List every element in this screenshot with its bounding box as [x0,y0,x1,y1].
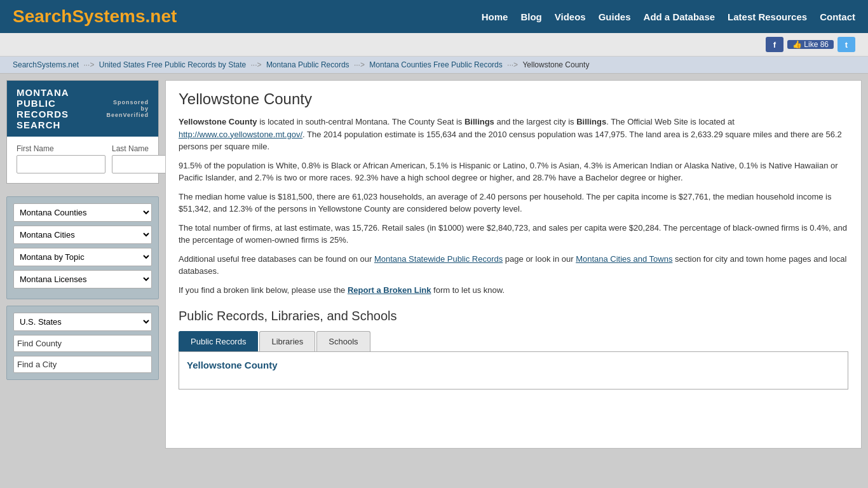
logo-net: .net [146,6,177,26]
county-seat-bold: Billings [465,117,494,126]
site-logo[interactable]: SearchSystems.net [13,6,177,27]
content-paragraph-4: The total number of firms, at last estim… [179,222,848,247]
montana-sidebar-box: Montana Counties Montana Cities Montana … [6,196,159,299]
nav-guides[interactable]: Guides [599,11,631,22]
breadcrumb-home[interactable]: SearchSystems.net [13,60,79,69]
tabs-bar: Public Records Libraries Schools [179,331,848,351]
find-sidebar-box: U.S. States Find County Find a City [6,306,159,380]
twitter-icon[interactable]: t [837,37,855,52]
facebook-icon[interactable]: f [766,37,783,52]
sidebar: MONTANA PUBLIC RECORDS SEARCH Sponsored … [6,80,159,449]
tabs-heading: Public Records, Libraries, and Schools [179,309,848,323]
logo-text: SearchSystems [13,6,146,26]
content-paragraph-5: Additional useful free databases can be … [179,253,848,278]
nav-home[interactable]: Home [482,11,508,22]
montana-licenses-select[interactable]: Montana Licenses [13,270,152,288]
search-form: First Name Last Name State Montana SEARC… [7,137,158,183]
breadcrumb-sep-1: ···> [83,60,96,69]
first-name-label: First Name [17,144,105,153]
search-title: MONTANA PUBLIC RECORDS SEARCH [17,87,106,130]
broken-link-bold: Report a Broken Link [348,285,431,295]
header: SearchSystems.net Home Blog Videos Guide… [0,0,868,33]
tab-content: Yellowstone County [179,351,848,390]
statewide-records-link[interactable]: Montana Statewide Public Records [374,254,503,264]
breadcrumb-sep-4: ···> [507,60,520,69]
tab-public-records[interactable]: Public Records [179,331,258,351]
nav-latest-resources[interactable]: Latest Resources [728,11,807,22]
us-states-select[interactable]: U.S. States [13,313,152,331]
tabs-section: Public Records, Libraries, and Schools P… [179,309,848,390]
tab-libraries[interactable]: Libraries [259,331,315,351]
main-nav: Home Blog Videos Guides Add a Database L… [482,11,855,22]
facebook-like-button[interactable]: 👍 Like 86 [787,40,834,49]
nav-videos[interactable]: Videos [555,11,586,22]
nav-add-database[interactable]: Add a Database [644,11,715,22]
nav-blog[interactable]: Blog [520,11,541,22]
largest-city-bold: Billings [576,117,606,126]
montana-by-topic-select[interactable]: Montana by Topic [13,248,152,266]
montana-cities-select[interactable]: Montana Cities [13,226,152,244]
content-paragraph-1: Yellowstone County is located in south-c… [179,116,848,153]
breadcrumb-current: Yellowstone County [522,60,589,69]
sponsored-label: Sponsored byBeenVerified [106,99,149,118]
main-wrapper: MONTANA PUBLIC RECORDS SEARCH Sponsored … [0,74,868,455]
content-paragraph-3: The median home value is $181,500, there… [179,191,848,215]
breadcrumb: SearchSystems.net ···> United States Fre… [0,57,868,74]
broken-link-link[interactable]: Report a Broken Link [348,285,431,295]
first-name-input[interactable] [17,155,105,173]
search-header: MONTANA PUBLIC RECORDS SEARCH Sponsored … [7,81,158,137]
content-paragraph-2: 91.5% of the population is White, 0.8% i… [179,159,848,184]
find-city-link[interactable]: Find a City [13,356,152,373]
official-website-link[interactable]: http://www.co.yellowstone.mt.gov/ [179,130,302,139]
first-name-group: First Name [17,144,105,173]
tab-schools[interactable]: Schools [316,331,370,351]
county-name-bold: Yellowstone County [179,117,257,126]
social-bar: f 👍 Like 86 t [0,33,868,57]
breadcrumb-states[interactable]: United States Free Public Records by Sta… [99,60,246,69]
breadcrumb-sep-3: ···> [354,60,367,69]
search-section: MONTANA PUBLIC RECORDS SEARCH Sponsored … [6,80,159,184]
tab-content-title: Yellowstone County [187,360,840,370]
content-area: Yellowstone County Yellowstone County is… [165,80,862,449]
page-title: Yellowstone County [179,90,848,108]
cities-towns-link[interactable]: Montana Cities and Towns [576,254,672,264]
nav-contact[interactable]: Contact [820,11,855,22]
breadcrumb-sep-2: ···> [251,60,264,69]
breadcrumb-counties[interactable]: Montana Counties Free Public Records [369,60,502,69]
find-county-link[interactable]: Find County [13,335,152,352]
content-paragraph-6: If you find a broken link below, please … [179,284,848,297]
montana-counties-select[interactable]: Montana Counties [13,203,152,222]
breadcrumb-montana[interactable]: Montana Public Records [266,60,349,69]
